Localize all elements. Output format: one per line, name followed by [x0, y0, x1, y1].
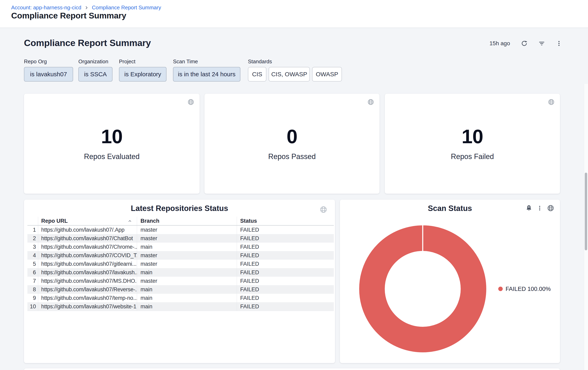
scrollbar-track[interactable]: [584, 84, 588, 370]
filter-organization: Organization is SSCA: [78, 59, 113, 81]
table-row[interactable]: 3https://github.com/lavakush07/Chrome-..…: [27, 243, 334, 251]
table-row[interactable]: 9https://github.com/lavakush07/temp-no..…: [27, 294, 334, 302]
filter-project: Project is Exploratory: [119, 59, 167, 81]
status-cell: FAILED: [237, 234, 334, 243]
repo-url-cell[interactable]: https://github.com/lavakush07/Reverse-..…: [38, 285, 137, 294]
globe-icon[interactable]: [548, 99, 555, 105]
app-header: Account: app-harness-ng-cicd Compliance …: [0, 0, 588, 28]
row-number: 8: [27, 285, 38, 294]
table-row[interactable]: 2https://github.com/lavakush07/ChatBotma…: [27, 234, 334, 243]
row-number: 7: [27, 277, 38, 285]
legend-item-failed[interactable]: FAILED 100.00%: [498, 286, 551, 292]
table-body: 1https://github.com/lavakush07/.Appmaste…: [27, 226, 334, 311]
filter-chip-repo-org[interactable]: is lavakush07: [24, 67, 73, 81]
metric-card-repos-evaluated: 10 Repos Evaluated: [24, 94, 200, 194]
filter-chip-scan-time[interactable]: is in the last 24 hours: [173, 67, 240, 81]
next-card-partial: [24, 368, 560, 370]
filter-icon[interactable]: [538, 40, 545, 47]
repo-url-cell[interactable]: https://github.com/lavakush07/Chrome-...: [38, 243, 137, 251]
table-row[interactable]: 10https://github.com/lavakush07/website-…: [27, 302, 334, 311]
repo-url-cell[interactable]: https://github.com/lavakush07/.App: [38, 226, 137, 234]
refresh-icon[interactable]: [521, 40, 527, 47]
branch-cell: main: [137, 285, 237, 294]
row-number: 2: [27, 234, 38, 243]
branch-cell: master: [137, 234, 237, 243]
page-title: Compliance Report Summary: [11, 11, 126, 20]
repo-table-title: Latest Repositories Status: [24, 204, 335, 213]
filter-label: Standards: [248, 59, 342, 64]
metric-card-repos-passed: 0 Repos Passed: [204, 94, 379, 194]
globe-icon[interactable]: [547, 204, 554, 212]
globe-icon[interactable]: [187, 99, 194, 105]
scan-status-donut-chart[interactable]: [356, 222, 490, 356]
table-header-row: Repo URL Branch Status: [27, 217, 334, 226]
bell-plus-icon[interactable]: [525, 205, 532, 211]
kebab-menu-icon[interactable]: [537, 205, 543, 211]
kebab-menu-icon[interactable]: [556, 40, 562, 46]
status-cell: FAILED: [237, 268, 334, 277]
status-cell: FAILED: [237, 285, 334, 294]
legend-label: FAILED 100.00%: [505, 286, 551, 292]
filter-scan-time: Scan Time is in the last 24 hours: [173, 59, 240, 81]
breadcrumb-account-link[interactable]: Account: app-harness-ng-cicd: [11, 4, 81, 11]
dashboard-title: Compliance Report Summary: [24, 38, 151, 48]
repo-url-cell[interactable]: https://github.com/lavakush07/ChatBot: [38, 234, 137, 243]
branch-cell: master: [137, 277, 237, 285]
column-header-status[interactable]: Status: [237, 217, 334, 225]
row-number: 10: [27, 302, 38, 311]
status-cell: FAILED: [237, 226, 334, 234]
status-cell: FAILED: [237, 243, 334, 251]
repo-table: Repo URL Branch Status 1https://github.c…: [27, 217, 334, 311]
table-row[interactable]: 8https://github.com/lavakush07/Reverse-.…: [27, 285, 334, 294]
filter-label: Scan Time: [173, 59, 240, 64]
repo-url-cell[interactable]: https://github.com/lavakush07/temp-no...: [38, 294, 137, 302]
status-cell: FAILED: [237, 277, 334, 285]
branch-cell: main: [137, 294, 237, 302]
filter-chip-organization[interactable]: is SSCA: [78, 67, 113, 81]
table-row[interactable]: 1https://github.com/lavakush07/.Appmaste…: [27, 226, 334, 234]
filter-repo-org: Repo Org is lavakush07: [24, 59, 73, 81]
breadcrumb-chevron-icon: [84, 6, 89, 10]
sort-ascending-icon[interactable]: [128, 219, 132, 223]
filter-chip-standard-cis[interactable]: CIS: [248, 67, 266, 81]
table-row[interactable]: 4https://github.com/lavakush07/COVID_T..…: [27, 251, 334, 260]
metric-label: Repos Passed: [268, 152, 316, 161]
globe-icon[interactable]: [367, 99, 374, 105]
column-header-branch[interactable]: Branch: [137, 217, 237, 225]
repo-url-cell[interactable]: https://github.com/lavakush07/website-1: [38, 302, 137, 311]
filter-standards: Standards CIS CIS, OWASP OWASP: [248, 59, 342, 81]
repo-url-cell[interactable]: https://github.com/lavakush07/MS.DHO...: [38, 277, 137, 285]
metric-card-repos-failed: 10 Repos Failed: [385, 94, 560, 194]
branch-cell: master: [137, 226, 237, 234]
repo-url-cell[interactable]: https://github.com/lavakush07/lavakush..…: [38, 268, 137, 277]
legend-dot: [498, 287, 503, 291]
breadcrumb: Account: app-harness-ng-cicd Compliance …: [11, 4, 161, 11]
table-row[interactable]: 7https://github.com/lavakush07/MS.DHO...…: [27, 277, 334, 285]
metric-value: 0: [287, 127, 297, 146]
breadcrumb-current-link[interactable]: Compliance Report Summary: [92, 4, 161, 11]
filter-chip-standard-owasp[interactable]: OWASP: [312, 67, 342, 81]
row-number-header: [27, 217, 38, 225]
scan-card-toolbar: [525, 204, 554, 212]
last-refresh-label: 15h ago: [490, 40, 510, 47]
branch-cell: master: [137, 251, 237, 260]
column-header-repo-url[interactable]: Repo URL: [38, 217, 137, 225]
filter-chip-standard-cis-owasp[interactable]: CIS, OWASP: [269, 67, 310, 81]
latest-repositories-card: Latest Repositories Status Repo URL Bran…: [24, 200, 335, 363]
filter-chip-project[interactable]: is Exploratory: [119, 67, 167, 81]
branch-cell: main: [137, 268, 237, 277]
metric-label: Repos Failed: [451, 152, 494, 161]
scan-status-card: Scan Status: [340, 200, 560, 363]
repo-url-cell[interactable]: https://github.com/lavakush07/COVID_T...: [38, 251, 137, 260]
scrollbar-thumb[interactable]: [585, 173, 587, 250]
repo-url-cell[interactable]: https://github.com/lavakush07/gitlearni.…: [38, 260, 137, 268]
globe-icon[interactable]: [320, 206, 327, 213]
filter-label: Project: [119, 59, 167, 64]
row-number: 3: [27, 243, 38, 251]
status-cell: FAILED: [237, 302, 334, 311]
filter-label: Organization: [78, 59, 113, 64]
row-number: 1: [27, 226, 38, 234]
table-row[interactable]: 5https://github.com/lavakush07/gitlearni…: [27, 260, 334, 268]
metric-value: 10: [101, 127, 123, 146]
table-row[interactable]: 6https://github.com/lavakush07/lavakush.…: [27, 268, 334, 277]
